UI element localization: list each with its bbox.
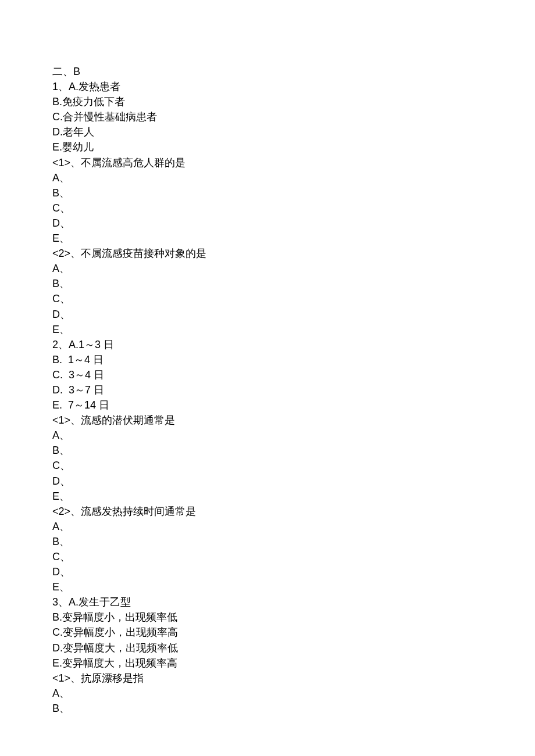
- q1-sub2: <2>、不属流感疫苗接种对象的是: [52, 246, 483, 261]
- choice-a: A、: [52, 686, 483, 701]
- choice-b: B、: [52, 701, 483, 716]
- choice-d: D、: [52, 307, 483, 322]
- choice-a: A、: [52, 261, 483, 276]
- choice-b: B、: [52, 185, 483, 200]
- q2-sub2: <2>、流感发热持续时间通常是: [52, 504, 483, 519]
- choice-b: B、: [52, 276, 483, 291]
- choice-a: A、: [52, 519, 483, 534]
- q1-option-b: B.免疫力低下者: [52, 94, 483, 109]
- q3-option-b: B.变异幅度小，出现频率低: [52, 610, 483, 625]
- q1-option-e: E.婴幼儿: [52, 139, 483, 155]
- choice-c: C、: [52, 200, 483, 216]
- choice-a: A、: [52, 170, 483, 185]
- q1-sub1: <1>、不属流感高危人群的是: [52, 155, 483, 170]
- q2-sub1: <1>、流感的潜伏期通常是: [52, 413, 483, 428]
- choice-b: B、: [52, 534, 483, 549]
- q2-option-d: D. 3～7 日: [52, 382, 483, 397]
- choice-d: D、: [52, 474, 483, 489]
- section-header: 二、B: [52, 64, 483, 79]
- choice-e: E、: [52, 489, 483, 504]
- q2-option-e: E. 7～14 日: [52, 397, 483, 413]
- q2-option-b: B. 1～4 日: [52, 352, 483, 367]
- q3-sub1: <1>、抗原漂移是指: [52, 671, 483, 686]
- choice-c: C、: [52, 549, 483, 564]
- choice-e: E、: [52, 579, 483, 594]
- choice-b: B、: [52, 443, 483, 458]
- q1-option-d: D.老年人: [52, 124, 483, 139]
- choice-a: A、: [52, 428, 483, 443]
- choice-c: C、: [52, 458, 483, 473]
- choice-e: E、: [52, 322, 483, 337]
- choice-d: D、: [52, 216, 483, 231]
- q2-stem: 2、A.1～3 日: [52, 337, 483, 352]
- choice-e: E、: [52, 231, 483, 246]
- choice-c: C、: [52, 291, 483, 306]
- q3-option-e: E.变异幅度大，出现频率高: [52, 655, 483, 671]
- choice-d: D、: [52, 564, 483, 579]
- q3-option-d: D.变异幅度大，出现频率低: [52, 640, 483, 655]
- q3-option-c: C.变异幅度小，出现频率高: [52, 625, 483, 640]
- q3-stem: 3、A.发生于乙型: [52, 594, 483, 610]
- q2-option-c: C. 3～4 日: [52, 367, 483, 382]
- q1-stem: 1、A.发热患者: [52, 79, 483, 94]
- q1-option-c: C.合并慢性基础病患者: [52, 109, 483, 124]
